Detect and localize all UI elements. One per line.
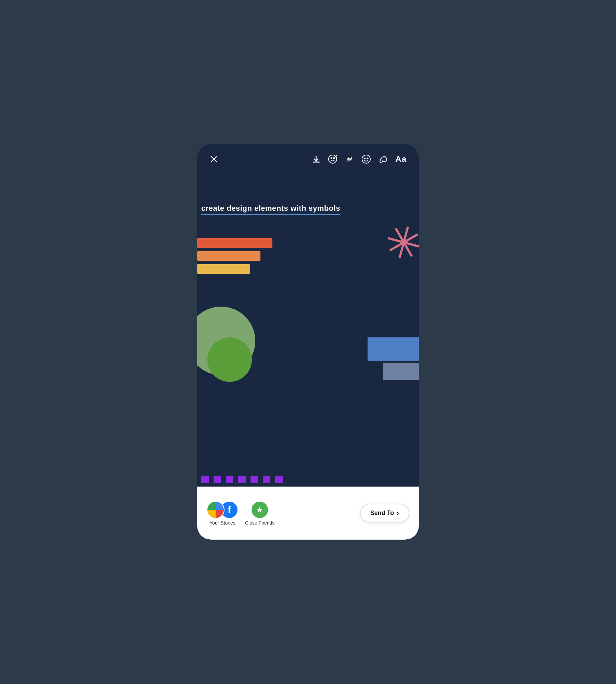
text-button[interactable]: Aa <box>395 154 407 164</box>
face-filter-button[interactable] <box>361 154 371 164</box>
close-friends-section[interactable]: ★ Close Friends <box>245 501 274 526</box>
download-button[interactable] <box>312 155 321 164</box>
sticker-button[interactable] <box>328 154 338 164</box>
close-friends-avatar: ★ <box>251 501 269 519</box>
close-button[interactable] <box>209 155 218 164</box>
asterisk-symbol: ✳ <box>380 217 419 270</box>
svg-point-9 <box>367 158 368 159</box>
symbol-dot-7[interactable] <box>275 476 283 483</box>
svg-point-8 <box>364 158 365 159</box>
symbol-selector[interactable] <box>201 476 283 483</box>
toolbar-right-icons: Aa <box>312 154 407 164</box>
send-to-label: Send To <box>370 509 394 517</box>
avatar-group: f <box>207 501 238 519</box>
svg-point-4 <box>334 158 335 159</box>
blue-rectangle-small <box>383 363 419 380</box>
star-icon: ★ <box>256 505 264 515</box>
symbol-dot-3[interactable] <box>226 476 233 483</box>
send-to-button[interactable]: Send To › <box>360 504 409 522</box>
bar-2 <box>197 251 260 261</box>
toolbar: Aa <box>197 144 419 170</box>
bottom-bar: f Your Stories ★ Close Friends Send To › <box>197 487 419 540</box>
close-friends-label: Close Friends <box>245 520 274 526</box>
story-text[interactable]: create design elements with symbols <box>201 204 340 215</box>
canvas-area: create design elements with symbols ✳ <box>197 170 419 540</box>
symbol-dot-6[interactable] <box>263 476 270 483</box>
svg-point-3 <box>331 158 332 159</box>
symbol-dot-1[interactable] <box>201 476 209 483</box>
google-avatar <box>207 501 224 519</box>
link-button[interactable] <box>345 154 354 164</box>
svg-point-7 <box>362 155 370 163</box>
bar-1 <box>197 238 272 248</box>
bar-chart-decoration <box>197 238 272 274</box>
green-circle-small <box>207 337 252 382</box>
your-stories-section[interactable]: f Your Stories <box>207 501 238 526</box>
phone-screen: Aa create design elements with symbols ✳ <box>197 144 419 540</box>
symbol-dot-2[interactable] <box>214 476 221 483</box>
draw-button[interactable] <box>378 154 388 164</box>
symbol-dot-4[interactable] <box>238 476 246 483</box>
symbol-dot-5[interactable] <box>251 476 258 483</box>
blue-rectangle-large <box>368 337 419 361</box>
bar-3 <box>197 264 250 274</box>
send-to-arrow-icon: › <box>397 509 399 517</box>
your-stories-label: Your Stories <box>209 520 235 526</box>
